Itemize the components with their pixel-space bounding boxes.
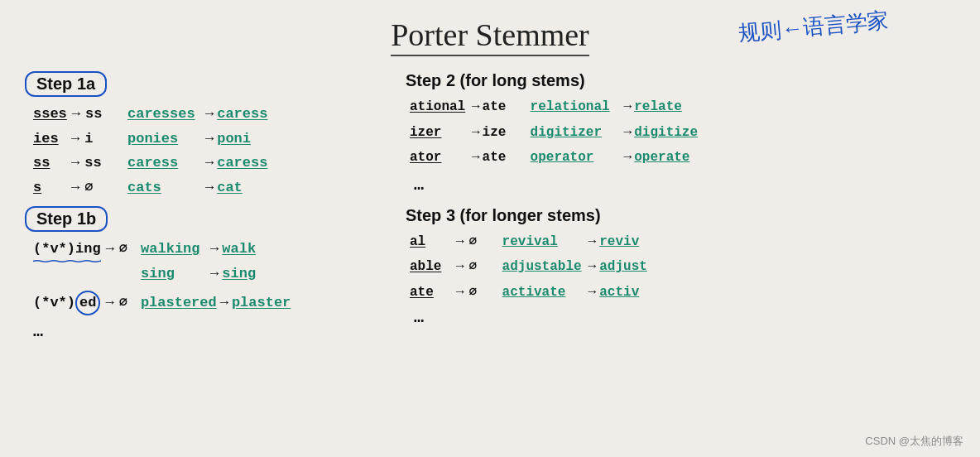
s2-rhs: ize [483,123,521,144]
step2-rule-row: ator → ate operator → operate [410,147,955,169]
rule-lhs: sses [33,103,67,125]
rule-row: ies → i [33,128,108,150]
ellipsis-2: … [414,176,955,195]
ellipsis-1b: … [33,322,381,341]
rule-rhs: i [84,128,93,150]
s3-ex-rhs: adjust [599,257,647,278]
handwritten-annotation: 规则←语言学家 [737,6,890,48]
example-row: caresses → caress [127,103,293,125]
rule-lhs: s [33,177,66,199]
example-row: ponies → poni [127,128,293,150]
s3-lhs: ate [410,282,451,304]
example-lhs: sing [141,263,207,285]
step3-rules: al → ∅ revival → reviv able → ∅ adjustab… [410,232,955,304]
step3-section: Step 3 (for longer stems) al → ∅ revival… [406,206,955,327]
example-rhs: sing [222,263,256,285]
step1b-examples1: walking → walk sing → sing [141,238,256,287]
example-rhs: walk [222,238,256,260]
step2-rule-row: izer → ize digitizer → digitize [410,123,955,144]
s2-lhs: ator [410,147,469,169]
step2-rules: ational → ate relational → relate izer →… [410,97,955,169]
step1b-rules: (*v*)ing → ∅ walking → walk [33,238,381,319]
example-rhs: caress [217,103,267,125]
ellipsis-3: … [414,308,955,327]
step2-rule-row: ational → ate relational → relate [410,97,955,118]
s3-ex-lhs: revival [502,232,585,253]
example-row: cats → cat [127,177,293,199]
s2-lhs: ational [410,97,469,118]
rule-row: ss → ss [33,152,108,174]
s2-ex-lhs: relational [531,97,622,118]
example-rhs: poni [217,128,251,150]
step3-rule-row: al → ∅ revival → reviv [410,232,955,253]
s3-ex-rhs: reviv [599,232,639,253]
step1b-rhs2: ∅ [119,292,127,314]
main-title: Porter Stemmer [391,17,589,56]
step1a-patterns: sses → ss ies → i ss → ss [33,103,108,201]
rule-row: s → ∅ [33,177,108,199]
step1a-section: Step 1a sses → ss ies → i [25,71,381,201]
rule-rhs: ss [85,103,102,125]
example-lhs: ponies [127,128,202,150]
s3-ex-rhs: activ [599,282,639,304]
example-lhs: caress [127,152,202,174]
step1a-rules: sses → ss ies → i ss → ss [33,103,381,201]
rule-rhs: ss [84,152,101,174]
s3-ex-lhs: adjustable [502,257,585,278]
s2-ex-lhs: operator [531,147,622,169]
s2-ex-lhs: digitizer [531,123,622,144]
right-column: Step 2 (for long stems) ational → ate re… [406,71,955,341]
s2-rhs: ate [483,147,521,169]
step1b-label: Step 1b [25,206,108,232]
example-lhs: cats [127,177,202,199]
s2-rhs: ate [483,97,521,118]
content-area: Step 1a sses → ss ies → i [25,71,955,341]
step1a-label: Step 1a [25,71,107,97]
title-area: Porter Stemmer 规则←语言学家 [25,17,955,56]
s3-ex-lhs: activate [502,282,585,304]
step2-section: Step 2 (for long stems) ational → ate re… [406,71,955,195]
step1b-rule1: (*v*)ing → ∅ walking → walk [33,238,381,287]
step1b-rule2: (*v*)ed → ∅ plastered → plaster [33,291,381,319]
s2-ex-rhs: relate [634,97,682,118]
left-column: Step 1a sses → ss ies → i [25,71,381,341]
step1b-rhs1: ∅ [119,238,127,260]
step1b-lhs2: (*v*)ed [33,291,100,315]
rule-lhs: ies [33,128,66,150]
s3-rhs: ∅ [469,232,492,253]
s3-lhs: al [410,232,451,253]
s3-rhs: ∅ [469,257,492,278]
step1b-pattern1: (*v*)ing → ∅ [33,238,127,263]
watermark: CSDN @太焦的博客 [865,434,963,449]
s3-lhs: able [410,257,451,278]
step2-label: Step 2 (for long stems) [406,71,955,90]
example-rhs: plaster [232,292,291,314]
example-rhs: cat [217,177,243,199]
example-row: caress → caress [127,152,293,174]
example-lhs: plastered [141,292,217,314]
rule-lhs: ss [33,152,66,174]
step1b-lhs1: (*v*)ing [33,238,101,260]
s2-lhs: izer [410,123,469,144]
step3-label: Step 3 (for longer stems) [406,206,955,225]
s2-ex-rhs: operate [634,147,689,169]
step3-rule-row: able → ∅ adjustable → adjust [410,257,955,278]
example-rhs: caress [217,152,267,174]
step1b-section: Step 1b (*v*)ing → ∅ [25,206,381,341]
example-lhs: walking [141,238,207,260]
page-container: Porter Stemmer 规则←语言学家 Step 1a sses → ss [0,0,980,457]
rule-row: sses → ss [33,103,108,125]
step3-rule-row: ate → ∅ activate → activ [410,282,955,304]
rule-rhs: ∅ [84,177,93,199]
s3-rhs: ∅ [469,282,492,304]
step1a-examples: caresses → caress ponies → poni caress → [127,103,293,201]
example-lhs: caresses [127,103,202,125]
s2-ex-rhs: digitize [634,123,698,144]
